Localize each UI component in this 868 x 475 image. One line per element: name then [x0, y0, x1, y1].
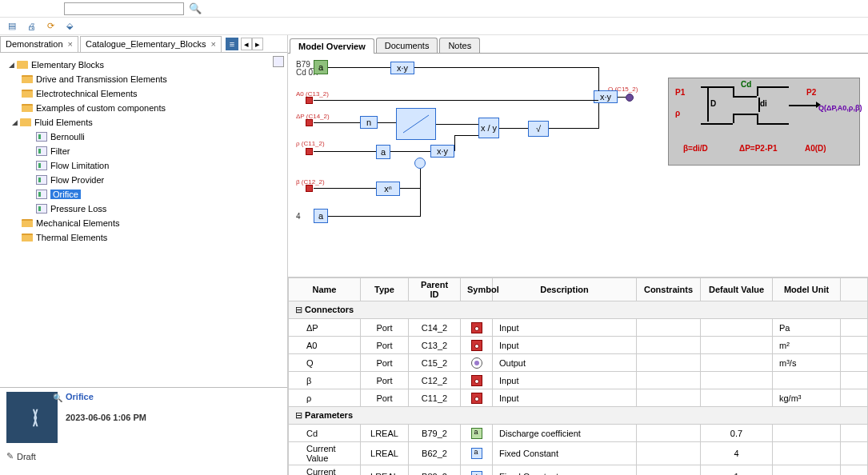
- table-row[interactable]: ρPortC11_2Inputkg/m³: [289, 389, 868, 407]
- const-label: 4: [296, 212, 301, 221]
- port-label: ρ (C11_2): [296, 140, 325, 147]
- block-sum[interactable]: [414, 158, 426, 169]
- block-cd[interactable]: a: [314, 60, 328, 74]
- table-group[interactable]: Connectors: [289, 301, 868, 319]
- cell-pid: C12_2: [409, 372, 461, 389]
- tab-model-overview[interactable]: Model Overview: [290, 38, 374, 54]
- th-pid[interactable]: Parent ID: [409, 278, 461, 301]
- cell-type: Port: [361, 372, 409, 389]
- cell-type: LREAL: [361, 442, 409, 465]
- block-xn[interactable]: xⁿ: [376, 182, 400, 196]
- th-unit[interactable]: Model Unit: [773, 278, 841, 301]
- cell-pid: C15_2: [409, 354, 461, 372]
- preview-date: 2023-06-06 1:06 PM: [66, 413, 146, 422]
- filter-funnel-icon[interactable]: ⬙: [62, 19, 77, 34]
- block-div[interactable]: x / y: [478, 118, 499, 138]
- th-type[interactable]: Type: [361, 278, 409, 301]
- tree-orifice[interactable]: Orifice: [3, 187, 284, 202]
- tree-thermal[interactable]: Thermal Elements: [3, 230, 284, 245]
- formula-q: Q(ΔP,A0,ρ,β): [818, 104, 862, 112]
- tree-ploss[interactable]: Pressure Loss: [3, 202, 284, 216]
- preview-status: Draft: [17, 452, 36, 461]
- tree-filter[interactable]: Filter: [3, 144, 284, 158]
- tree-drive[interactable]: Drive and Transmission Elements: [3, 72, 284, 86]
- table-row[interactable]: A0PortC13_2Inputm²: [289, 337, 868, 354]
- cell-desc: Input: [493, 372, 637, 389]
- cell-end: [841, 442, 868, 465]
- tree-custom[interactable]: Examples of custom components: [3, 101, 284, 115]
- cell-con: [637, 319, 701, 337]
- formula-p2: P2: [806, 88, 816, 97]
- th-sym[interactable]: Symbol: [461, 278, 493, 301]
- block-xy3[interactable]: x·y: [594, 90, 618, 103]
- print-icon[interactable]: 🖨: [24, 19, 38, 34]
- cell-desc: Input: [493, 389, 637, 407]
- block-xy2[interactable]: x·y: [430, 145, 454, 158]
- block-gain[interactable]: [396, 108, 436, 140]
- th-desc[interactable]: Description: [493, 278, 637, 301]
- block-const[interactable]: a: [314, 209, 328, 223]
- cell-pid: B79_2: [409, 425, 461, 442]
- input-port-icon: [471, 340, 482, 351]
- tree-fluid[interactable]: ◢Fluid Elements: [3, 115, 284, 130]
- port-in[interactable]: [306, 119, 313, 126]
- cell-desc: Fixed Constant: [493, 442, 637, 465]
- port-in[interactable]: [306, 97, 313, 104]
- refresh-icon[interactable]: ⟳: [43, 19, 58, 34]
- output-port-icon: [471, 357, 482, 369]
- table-row[interactable]: CdLREALB79_2Discharge coefficient0.7: [289, 425, 868, 442]
- tab-notes[interactable]: Notes: [439, 38, 480, 53]
- block-xy[interactable]: x·y: [390, 62, 414, 74]
- block-a[interactable]: a: [376, 145, 390, 159]
- catalogue-tree: ◢Elementary Blocks Drive and Transmissio…: [0, 53, 287, 387]
- table-row[interactable]: Current ValueLREALB80_2Fixed Constant1: [289, 465, 868, 476]
- tree-label: Examples of custom components: [36, 103, 166, 113]
- block-n[interactable]: n: [360, 116, 378, 129]
- close-icon[interactable]: ×: [68, 39, 73, 49]
- tree-mech[interactable]: Mechanical Elements: [3, 216, 284, 230]
- table-row[interactable]: ΔPPortC14_2InputPa: [289, 319, 868, 337]
- cell-def: [701, 354, 773, 372]
- block-diagram[interactable]: B79_2 Cd 0.7 A0 (C13_2) ΔP (C14_2) ρ (C1…: [296, 60, 656, 268]
- search-icon[interactable]: 🔍: [189, 2, 202, 14]
- port-in[interactable]: [306, 185, 313, 192]
- tab-demonstration[interactable]: Demonstration ×: [0, 36, 78, 52]
- cell-name: Current Value: [289, 442, 361, 465]
- tree-flowprov[interactable]: Flow Provider: [3, 173, 284, 187]
- cell-sym: [461, 465, 493, 476]
- view-mode-icon[interactable]: ≡: [226, 38, 238, 50]
- param-icon: [471, 471, 482, 475]
- preview-name: Orifice: [66, 392, 146, 401]
- th-con[interactable]: Constraints: [637, 278, 701, 301]
- tree-electro[interactable]: Electrotechnical Elements: [3, 86, 284, 101]
- formula-cd: Cd: [741, 80, 751, 89]
- table-row[interactable]: QPortC15_2Outputm³/s: [289, 354, 868, 372]
- tree-flowlim[interactable]: Flow Limitation: [3, 158, 284, 173]
- config-icon[interactable]: ▤: [5, 19, 19, 34]
- table-row[interactable]: Current ValueLREALB62_2Fixed Constant4: [289, 442, 868, 465]
- cell-name: A0: [289, 337, 361, 354]
- search-input[interactable]: [64, 2, 184, 15]
- zoom-icon[interactable]: 🔍: [53, 393, 56, 402]
- port-in[interactable]: [306, 148, 313, 155]
- tree-options-icon[interactable]: [273, 56, 284, 67]
- tab-catalogue[interactable]: Catalogue_Elementary_Blocks ×: [80, 36, 222, 52]
- tab-next-icon[interactable]: ▸: [252, 38, 263, 50]
- formula-di: di: [760, 99, 767, 108]
- tab-label: Catalogue_Elementary_Blocks: [86, 39, 206, 49]
- cell-type: Port: [361, 319, 409, 337]
- formula-rho: ρ: [675, 109, 680, 118]
- tab-label: Model Overview: [298, 42, 366, 51]
- tree-bernoulli[interactable]: Bernoulli: [3, 130, 284, 144]
- close-icon[interactable]: ×: [210, 39, 215, 49]
- cell-name: ρ: [289, 389, 361, 407]
- table-row[interactable]: βPortC12_2Input: [289, 372, 868, 389]
- th-def[interactable]: Default Value: [701, 278, 773, 301]
- th-name[interactable]: Name: [289, 278, 361, 301]
- port-out[interactable]: [626, 94, 634, 102]
- tab-documents[interactable]: Documents: [376, 38, 438, 53]
- block-sqrt[interactable]: √: [528, 121, 549, 137]
- table-group[interactable]: Parameters: [289, 407, 868, 425]
- tree-root[interactable]: ◢Elementary Blocks: [3, 58, 284, 72]
- tab-prev-icon[interactable]: ◂: [241, 38, 252, 50]
